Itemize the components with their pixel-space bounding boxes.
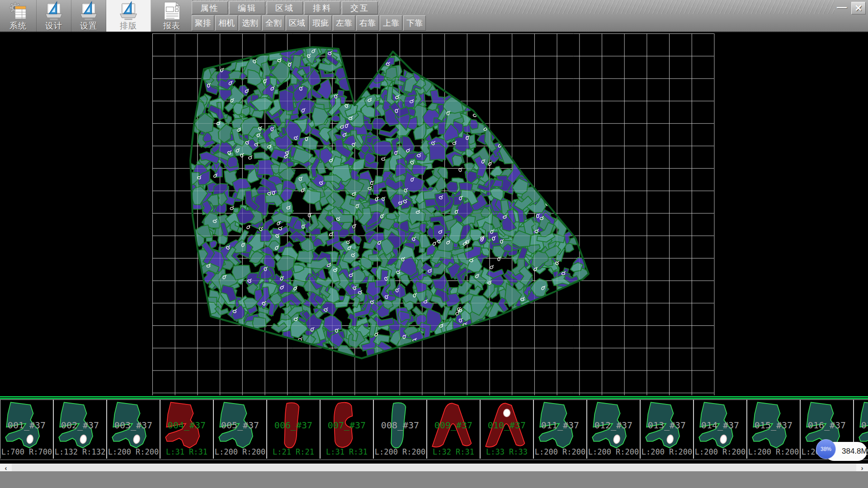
piece-lr-count: L:200 R:200 — [107, 447, 160, 456]
nesting-icon — [118, 0, 139, 21]
tab-label: 报表 — [163, 21, 180, 30]
piece-thumbnail[interactable]: 004_#37 L:31 R:31 — [160, 400, 214, 459]
tab-nesting[interactable]: 排版 — [106, 0, 151, 32]
piece-thumbnail[interactable]: 015_#37 L:200 R:200 — [747, 400, 801, 459]
main-work-area — [0, 33, 868, 396]
close-button[interactable]: ✕ — [851, 2, 866, 14]
piece-id: 011_#37 — [534, 420, 586, 431]
piece-lr-count: L:200 R:200 — [587, 447, 640, 456]
tool-button[interactable]: 选割 — [239, 15, 261, 31]
piece-thumbnail[interactable]: 009_#37 L:32 R:31 — [427, 400, 481, 459]
piece-lr-count: L:200 R:200 — [641, 447, 693, 456]
tool-button[interactable]: 瑕疵 — [309, 15, 332, 31]
piece-id: 002_#37 — [54, 420, 106, 431]
top-toolbar: 系统 设计 设置 排版 — [0, 0, 868, 33]
tab-settings[interactable]: 设置 — [71, 0, 106, 32]
piece-lr-count: L:200 R:200 — [214, 447, 266, 456]
tool-button[interactable]: 下靠 — [403, 15, 426, 31]
piece-id: 004_#37 — [160, 420, 213, 431]
piece-thumbnail-strip: 001_#37 L:700 R:700 002_#37 L:132 R:132 … — [0, 396, 868, 459]
tool-button[interactable]: 全割 — [262, 15, 285, 31]
progress-circle[interactable]: 38% — [816, 439, 836, 459]
piece-id: 009_#37 — [427, 420, 480, 431]
tab-system[interactable]: 系统 — [0, 0, 37, 32]
piece-lr-count: L:31 R:31 — [160, 447, 213, 456]
piece-thumbnail[interactable]: 007_#37 L:31 R:31 — [321, 400, 374, 459]
scroll-left-arrow[interactable]: ‹ — [0, 464, 12, 472]
piece-id: 005_#37 — [214, 420, 266, 431]
piece-id: 013_#37 — [641, 420, 693, 431]
tab-label: 系统 — [9, 21, 27, 30]
menu-button[interactable]: 区域 — [267, 1, 303, 14]
tool-button[interactable]: 上靠 — [380, 15, 402, 31]
piece-thumbnail[interactable]: 002_#37 L:132 R:132 — [54, 400, 107, 459]
tab-design[interactable]: 设计 — [37, 0, 71, 32]
piece-id: 017_#37 — [854, 420, 868, 431]
piece-id: 001_#37 — [0, 420, 53, 431]
tool-button[interactable]: 左靠 — [333, 15, 355, 31]
tab-report[interactable]: 报表 — [151, 0, 193, 32]
tab-label: 设置 — [80, 21, 97, 30]
piece-id: 012_#37 — [587, 420, 640, 431]
piece-id: 016_#37 — [801, 420, 853, 431]
piece-lr-count: L:700 R:700 — [0, 447, 53, 456]
piece-lr-count: L:132 R:132 — [54, 447, 106, 456]
strip-divider-lines — [0, 396, 868, 399]
menu-button[interactable]: 交互 — [342, 1, 378, 14]
piece-thumbnail[interactable]: 001_#37 L:700 R:700 — [0, 400, 54, 459]
piece-id: 003_#37 — [107, 420, 160, 431]
window-controls: — ✕ — [835, 2, 866, 14]
system-icon — [8, 0, 28, 21]
piece-id: 007_#37 — [321, 420, 373, 431]
piece-lr-count: L:31 R:31 — [321, 447, 373, 456]
tool-bar: 聚排相机选割全割区域瑕疵左靠右靠上靠下靠 — [192, 15, 426, 31]
main-tab-bar: 系统 设计 设置 排版 — [0, 0, 193, 32]
minimize-button[interactable]: — — [835, 2, 849, 13]
design-icon — [43, 0, 64, 21]
tab-label: 设计 — [45, 21, 62, 30]
settings-icon — [78, 0, 99, 21]
horizontal-scrollbar[interactable]: ‹ › — [0, 464, 868, 472]
piece-id: 008_#37 — [374, 420, 426, 431]
piece-lr-count: L:33 R:33 — [481, 447, 533, 456]
piece-lr-count: L:200 R:200 — [534, 447, 586, 456]
tool-button[interactable]: 区域 — [286, 15, 308, 31]
piece-id: 014_#37 — [694, 420, 746, 431]
piece-id: 015_#37 — [747, 420, 800, 431]
menu-bar: 属性编辑区域排料交互 — [192, 1, 378, 14]
piece-lr-count: L:21 R:21 — [267, 447, 320, 456]
menu-button[interactable]: 编辑 — [229, 1, 265, 14]
menu-button[interactable]: 属性 — [192, 1, 228, 14]
piece-lr-count: L:32 R:31 — [427, 447, 480, 456]
piece-id: 006_#37 — [267, 420, 320, 431]
piece-thumbnail[interactable]: 006_#37 L:21 R:21 — [267, 400, 321, 459]
piece-thumbnail[interactable]: 012_#37 L:200 R:200 — [587, 400, 641, 459]
piece-thumbnail[interactable]: 005_#37 L:200 R:200 — [214, 400, 267, 459]
application-window: 系统 设计 设置 排版 — [0, 0, 868, 488]
piece-thumbnail-list: 001_#37 L:700 R:700 002_#37 L:132 R:132 … — [0, 399, 868, 460]
piece-thumbnail[interactable]: 013_#37 L:200 R:200 — [641, 400, 694, 459]
tab-label: 排版 — [120, 21, 137, 30]
piece-lr-count: L:200 R:200 — [694, 447, 746, 456]
memory-value: 384.8M — [842, 442, 867, 461]
menu-button[interactable]: 排料 — [304, 1, 340, 14]
piece-lr-count: L:200 R:200 — [747, 447, 800, 456]
nesting-canvas[interactable] — [151, 33, 716, 396]
piece-lr-count: L:200 R:200 — [374, 447, 426, 456]
tool-button[interactable]: 相机 — [215, 15, 238, 31]
scroll-right-arrow[interactable]: › — [856, 464, 868, 472]
piece-thumbnail[interactable]: 011_#37 L:200 R:200 — [534, 400, 587, 459]
piece-id: 010_#37 — [481, 420, 533, 431]
tool-button[interactable]: 右靠 — [356, 15, 379, 31]
piece-thumbnail[interactable]: 010_#37 L:33 R:33 — [481, 400, 534, 459]
piece-thumbnail[interactable]: 003_#37 L:200 R:200 — [107, 400, 160, 459]
report-icon — [161, 0, 182, 21]
tool-button[interactable]: 聚排 — [192, 15, 214, 31]
piece-thumbnail[interactable]: 014_#37 L:200 R:200 — [694, 400, 747, 459]
status-bar — [0, 471, 868, 488]
piece-thumbnail[interactable]: 008_#37 L:200 R:200 — [374, 400, 427, 459]
